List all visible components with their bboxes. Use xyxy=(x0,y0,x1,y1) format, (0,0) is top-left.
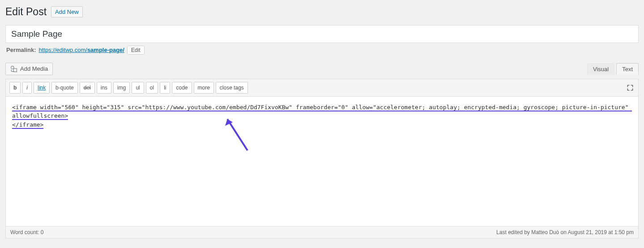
media-icon xyxy=(10,65,17,73)
editor-code-line1: <iframe width="560" height="315" src="ht… xyxy=(12,104,632,120)
permalink-row: Permalink: https://editwp.com/sample-pag… xyxy=(5,46,639,55)
qt-close-tags-button[interactable]: close tags xyxy=(216,82,248,94)
last-edited: Last edited by Matteo Duò on August 21, … xyxy=(496,229,634,235)
word-count-value: 0 xyxy=(41,229,44,235)
editor-toolbar: b i link b-quote del ins img ul ol li co… xyxy=(5,79,639,97)
qt-ins-button[interactable]: ins xyxy=(97,82,111,94)
qt-ol-button[interactable]: ol xyxy=(146,82,158,94)
annotation-arrow-icon xyxy=(221,115,252,155)
qt-link-button[interactable]: link xyxy=(34,82,50,94)
status-bar: Word count: 0 Last edited by Matteo Duò … xyxy=(5,227,639,239)
permalink-link[interactable]: https://editwp.com/sample-page/ xyxy=(38,47,124,53)
fullscreen-button[interactable] xyxy=(626,83,635,92)
qt-more-button[interactable]: more xyxy=(194,82,214,94)
media-tabs-row: Add Media Visual Text xyxy=(5,63,639,75)
add-new-button[interactable]: Add New xyxy=(51,6,83,17)
fullscreen-icon xyxy=(627,84,634,91)
qt-del-button[interactable]: del xyxy=(80,82,95,94)
qt-ul-button[interactable]: ul xyxy=(132,82,144,94)
add-media-label: Add Media xyxy=(20,65,48,72)
qt-bold-button[interactable]: b xyxy=(9,82,21,94)
tab-visual[interactable]: Visual xyxy=(587,63,614,75)
qt-code-button[interactable]: code xyxy=(172,82,192,94)
qt-li-button[interactable]: li xyxy=(160,82,170,94)
tab-text[interactable]: Text xyxy=(616,63,639,75)
word-count: Word count: 0 xyxy=(10,229,44,235)
editor-wrap: Add Media Visual Text b i link b-quote d… xyxy=(5,63,639,239)
add-media-button[interactable]: Add Media xyxy=(5,63,53,75)
permalink-url-base: https://editwp.com/ xyxy=(38,47,87,53)
permalink-label: Permalink: xyxy=(6,47,36,53)
editor-textarea[interactable]: <iframe width="560" height="315" src="ht… xyxy=(5,97,639,227)
qt-italic-button[interactable]: i xyxy=(22,82,32,94)
header-row: Edit Post Add New xyxy=(5,5,639,19)
word-count-label: Word count: xyxy=(10,229,41,235)
qt-bquote-button[interactable]: b-quote xyxy=(51,82,78,94)
svg-line-2 xyxy=(227,119,247,150)
post-title-input[interactable] xyxy=(5,25,639,43)
page-title: Edit Post xyxy=(5,5,47,19)
qt-img-button[interactable]: img xyxy=(113,82,130,94)
editor-tabs: Visual Text xyxy=(587,63,639,75)
permalink-slug: sample-page/ xyxy=(87,47,124,53)
svg-marker-3 xyxy=(225,119,233,126)
quicktags-toolbar: b i link b-quote del ins img ul ol li co… xyxy=(9,82,248,94)
editor-code-line2: </iframe> xyxy=(12,121,43,129)
edit-slug-button[interactable]: Edit xyxy=(127,46,145,55)
